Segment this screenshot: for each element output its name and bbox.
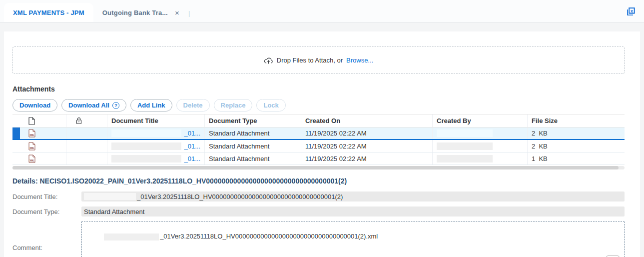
svg-text:XML: XML [29, 159, 34, 162]
document-type-label: Document Type: [12, 208, 81, 216]
button-label: Delete [183, 102, 203, 109]
file-type-cell: XML [12, 152, 66, 164]
document-title-row: Document Title: _01Ver3.20251118LO_HV000… [12, 192, 625, 202]
document-title-link[interactable]: _01... [184, 155, 200, 162]
created-by-cell [433, 152, 528, 164]
column-header-file-size[interactable]: File Size [528, 114, 625, 127]
document-type-cell: Standard Attachment [205, 152, 301, 164]
file-drop-zone[interactable]: Drop Files to Attach, or Browse... [12, 46, 625, 74]
document-title-cell: _01... [107, 140, 205, 152]
lock-button: Lock [256, 99, 285, 112]
tab-label: XML PAYMENTS - JPM [13, 9, 84, 16]
xml-file-icon: XML [28, 128, 50, 139]
export-excel-icon: x [626, 6, 636, 17]
redacted-text [437, 142, 493, 150]
column-header-created-by[interactable]: Created By [433, 114, 528, 127]
document-type-cell: Standard Attachment [205, 140, 301, 152]
delete-button: Delete [176, 99, 210, 112]
cloud-upload-icon [264, 56, 273, 64]
tab-outgoing-bank-transfer[interactable]: Outgoing Bank Tra... × [93, 3, 188, 22]
table-row[interactable]: XML _01... Standard Attachment 11/19/202… [12, 128, 625, 140]
comment-label: Comment: [12, 222, 81, 252]
redacted-text [437, 130, 493, 137]
button-label: Add Link [137, 102, 165, 109]
svg-text:x: x [630, 8, 633, 13]
download-all-button[interactable]: Download All ? [61, 99, 126, 112]
redacted-text [437, 155, 493, 162]
details-heading: Details: NECISO1.ISO20022_PAIN_01Ver3.20… [12, 177, 625, 185]
lock-cell [66, 152, 107, 164]
file-type-cell: XML [12, 140, 66, 152]
column-header-document-icon[interactable] [12, 114, 66, 127]
document-title-cell: _01... [107, 128, 205, 139]
redacted-text [111, 142, 181, 150]
svg-text:XML: XML [29, 134, 34, 136]
button-label: Download [19, 102, 50, 109]
lock-cell [66, 128, 107, 139]
xml-file-icon: XML [28, 152, 50, 164]
add-link-button[interactable]: Add Link [130, 99, 172, 112]
close-tab-icon[interactable]: × [175, 9, 179, 16]
tab-xml-payments-jpm[interactable]: XML PAYMENTS - JPM [4, 3, 93, 22]
document-type-row: Document Type: Standard Attachment [12, 206, 625, 216]
created-by-cell [433, 128, 528, 139]
column-header-document-title[interactable]: Document Title [107, 114, 205, 127]
document-title-link[interactable]: _01... [184, 130, 200, 137]
table-row[interactable]: XML _01... Standard Attachment 11/19/202… [12, 140, 625, 152]
column-header-document-type[interactable]: Document Type [205, 114, 301, 127]
redacted-text [84, 193, 136, 200]
redacted-text [111, 155, 181, 162]
xml-file-icon: XML [28, 140, 50, 152]
document-title-cell: _01... [107, 152, 205, 164]
horizontal-scrollbar[interactable] [12, 166, 625, 170]
attachments-panel: Drop Files to Attach, or Browse... Attac… [4, 32, 640, 257]
document-title-label: Document Title: [12, 193, 81, 200]
button-label: Lock [263, 102, 278, 109]
table-header-row: Document Title Document Type Created On … [12, 114, 625, 128]
document-type-value: Standard Attachment [84, 208, 144, 216]
file-size-cell: 1 KB [528, 152, 625, 164]
help-icon[interactable]: ? [112, 102, 119, 109]
comment-value: _01Ver3.20251118LO_HV0000000000000000000… [160, 232, 378, 240]
button-label: Download All [68, 102, 109, 109]
redacted-text [104, 234, 159, 240]
lock-cell [66, 140, 107, 152]
row-selection-indicator [12, 128, 20, 139]
created-on-cell: 11/19/2025 02:22 AM [301, 152, 433, 164]
document-title-field: _01Ver3.20251118LO_HV0000000000000000000… [81, 192, 625, 202]
details-form: Document Title: _01Ver3.20251118LO_HV000… [12, 192, 625, 257]
download-button[interactable]: Download [12, 99, 57, 112]
created-on-cell: 11/19/2025 02:22 AM [301, 128, 433, 139]
column-header-lock-icon[interactable] [66, 114, 107, 127]
tab-label: Outgoing Bank Tra... [102, 9, 168, 16]
redacted-text [111, 130, 181, 137]
created-on-cell: 11/19/2025 02:22 AM [301, 140, 433, 152]
document-title-link[interactable]: _01... [184, 142, 200, 150]
document-icon [28, 114, 50, 127]
comment-row: Comment: _01Ver3.20251118LO_HV0000000000… [12, 222, 625, 257]
column-header-created-on[interactable]: Created On [301, 114, 433, 127]
document-title-value: _01Ver3.20251118LO_HV0000000000000000000… [137, 193, 343, 200]
created-by-cell [433, 140, 528, 152]
comment-textarea[interactable]: _01Ver3.20251118LO_HV0000000000000000000… [81, 222, 625, 257]
browse-link[interactable]: Browse... [346, 56, 373, 64]
attachments-toolbar: Download Download All ? Add Link Delete … [12, 99, 625, 112]
scrollbar-thumb[interactable] [12, 166, 619, 170]
attachments-table: Document Title Document Type Created On … [12, 114, 625, 165]
button-label: Replace [221, 102, 246, 109]
tab-bar: XML PAYMENTS - JPM Outgoing Bank Tra... … [0, 0, 644, 22]
export-to-excel-button[interactable]: x [625, 6, 636, 17]
file-size-cell: 2 KB [528, 140, 625, 152]
lock-icon [76, 114, 97, 127]
document-type-cell: Standard Attachment [205, 128, 301, 139]
replace-button: Replace [214, 99, 253, 112]
attachments-section-title: Attachments [12, 85, 625, 93]
dropzone-text: Drop Files to Attach, or [277, 56, 343, 64]
tab-divider: | [188, 10, 190, 17]
file-type-cell: XML [12, 128, 66, 139]
svg-text:XML: XML [29, 146, 34, 149]
document-type-field: Standard Attachment [81, 206, 625, 216]
table-row[interactable]: XML _01... Standard Attachment 11/19/202… [12, 152, 625, 165]
file-size-cell: 2 KB [528, 128, 625, 139]
